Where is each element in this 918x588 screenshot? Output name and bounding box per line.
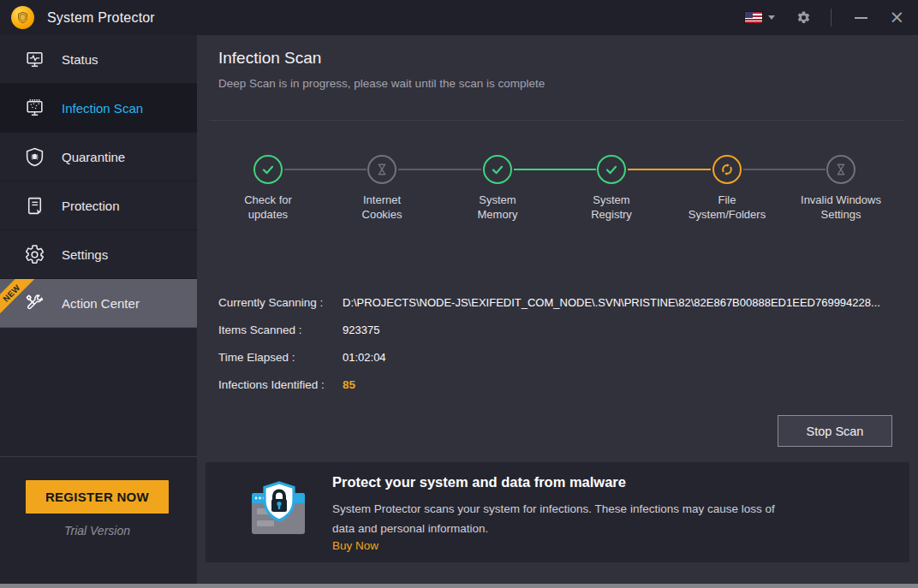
scan-details: Currently Scanning : D:\PROJECTS\NODE-JS… xyxy=(218,288,912,398)
detail-row-currently-scanning: Currently Scanning : D:\PROJECTS\NODE-JS… xyxy=(218,288,912,316)
screen-bottom-edge xyxy=(0,584,918,588)
step-label: Check forupdates xyxy=(212,193,324,222)
check-icon xyxy=(253,155,283,184)
step-system-memory: SystemMemory xyxy=(442,155,553,222)
sidebar-item-infection-scan[interactable]: Infection Scan xyxy=(0,84,197,133)
items-scanned-value: 923375 xyxy=(343,324,379,336)
main-content: Infection Scan Deep Scan is in progress,… xyxy=(197,35,918,588)
sidebar-item-action-center[interactable]: NEW Action Center xyxy=(0,279,197,328)
step-invalid-windows-settings: Invalid WindowsSettings xyxy=(785,155,897,222)
page-title: Infection Scan xyxy=(218,49,321,68)
promo-panel: Protect your system and data from malwar… xyxy=(206,462,909,562)
settings-gear-button[interactable] xyxy=(795,9,813,27)
step-label: FileSystem/Folders xyxy=(671,193,783,222)
infections-identified-value: 85 xyxy=(343,378,355,391)
detail-label: Infections Identified : xyxy=(218,378,343,391)
sidebar-separator xyxy=(0,456,197,457)
protection-doc-icon xyxy=(24,195,45,217)
settings-gear-icon xyxy=(24,244,45,265)
buy-now-link[interactable]: Buy Now xyxy=(332,539,379,552)
action-tools-icon xyxy=(24,293,45,314)
infection-scan-icon xyxy=(24,98,45,119)
sidebar-item-label: Action Center xyxy=(62,296,140,311)
currently-scanning-value: D:\PROJECTS\NODE-JS\EXIFEDIT_COM_NODE\.S… xyxy=(343,296,880,309)
check-icon xyxy=(597,155,626,184)
sidebar-item-quarantine[interactable]: Quarantine xyxy=(0,133,197,181)
check-icon xyxy=(483,155,512,184)
sidebar-item-status[interactable]: Status xyxy=(0,35,197,84)
sidebar: Status Infection Scan xyxy=(0,35,197,588)
trial-version-label: Trial Version xyxy=(0,524,194,538)
chevron-down-icon xyxy=(768,15,775,20)
hourglass-icon xyxy=(367,155,396,184)
sidebar-item-label: Protection xyxy=(62,199,120,213)
promo-title: Protect your system and data from malwar… xyxy=(332,474,626,490)
step-check-for-updates: Check forupdates xyxy=(212,155,324,222)
sidebar-item-label: Status xyxy=(62,52,98,67)
sidebar-item-label: Settings xyxy=(62,247,108,262)
step-internet-cookies: InternetCookies xyxy=(326,155,438,222)
step-file-system-folders: FileSystem/Folders xyxy=(671,155,783,222)
sidebar-item-label: Infection Scan xyxy=(62,101,143,116)
detail-row-time-elapsed: Time Elapsed : 01:02:04 xyxy=(218,343,912,371)
titlebar: System Protector × xyxy=(0,0,918,35)
minimize-button[interactable] xyxy=(855,17,867,19)
detail-row-items-scanned: Items Scanned : 923375 xyxy=(218,316,912,343)
sidebar-item-label: Quarantine xyxy=(62,150,125,164)
app-window: System Protector × xyxy=(0,0,918,588)
sidebar-item-settings[interactable]: Settings xyxy=(0,230,197,279)
refresh-icon xyxy=(712,155,742,184)
page-subtitle: Deep Scan is in progress, please wait un… xyxy=(218,77,545,90)
step-system-registry: SystemRegistry xyxy=(556,155,667,222)
us-flag-icon xyxy=(745,12,762,23)
scan-progress-steps: Check forupdates InternetCookies SystemM… xyxy=(197,155,918,262)
step-label: Invalid WindowsSettings xyxy=(785,193,897,222)
quarantine-shield-icon xyxy=(24,146,45,168)
detail-label: Time Elapsed : xyxy=(218,351,343,364)
detail-label: Currently Scanning : xyxy=(218,296,343,309)
step-label: InternetCookies xyxy=(326,193,438,222)
time-elapsed-value: 01:02:04 xyxy=(343,351,386,364)
titlebar-controls: × xyxy=(743,0,904,35)
detail-label: Items Scanned : xyxy=(218,324,343,336)
stop-scan-button[interactable]: Stop Scan xyxy=(778,415,892,447)
app-logo-icon xyxy=(11,6,34,29)
register-now-button[interactable]: REGISTER NOW xyxy=(26,480,169,514)
step-label: SystemMemory xyxy=(442,193,553,222)
app-title: System Protector xyxy=(47,0,155,35)
close-button[interactable]: × xyxy=(889,9,904,27)
promo-body: System Protector scans your system for i… xyxy=(332,499,775,538)
hourglass-icon xyxy=(826,155,855,184)
status-monitor-icon xyxy=(24,49,45,70)
language-selector[interactable] xyxy=(743,10,777,25)
detail-row-infections-identified: Infections Identified : 85 xyxy=(218,371,912,398)
sidebar-item-protection[interactable]: Protection xyxy=(0,181,197,230)
step-label: SystemRegistry xyxy=(556,193,667,222)
header-divider xyxy=(210,120,905,121)
shield-lock-browser-icon xyxy=(247,479,312,544)
titlebar-divider xyxy=(831,9,832,27)
